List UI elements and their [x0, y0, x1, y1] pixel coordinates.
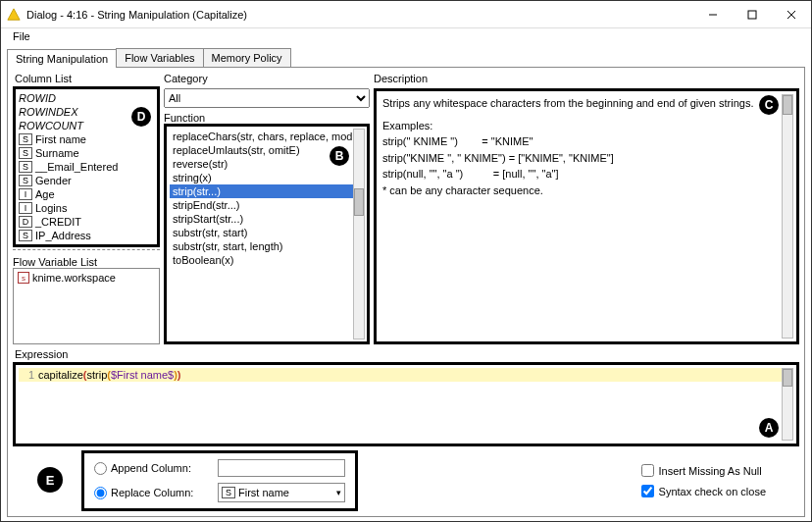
tabs: String Manipulation Flow Variables Memor…	[7, 48, 805, 68]
type-icon	[19, 175, 32, 186]
file-menu[interactable]: File	[7, 28, 36, 44]
flow-variable-name: knime.workspace	[32, 272, 116, 284]
column-item[interactable]: Gender	[16, 174, 157, 187]
replace-column-radio-label[interactable]: Replace Column:	[94, 487, 212, 499]
badge-a: A	[759, 418, 779, 438]
type-icon	[19, 161, 32, 173]
badge-b: B	[330, 146, 349, 166]
type-icon	[19, 147, 32, 159]
tab-string-manipulation[interactable]: String Manipulation	[7, 49, 117, 68]
function-item[interactable]: substr(str, start)	[170, 226, 353, 239]
type-icon	[19, 216, 32, 228]
top-grid: Column List D ROWID ROWINDEX ROWCOUNT Fi…	[13, 73, 799, 344]
column-item[interactable]: __Email_Entered	[16, 160, 157, 174]
tab-flow-variables[interactable]: Flow Variables	[116, 48, 203, 67]
column-item[interactable]: Age	[16, 187, 157, 201]
desc-examples-header: Examples:	[382, 118, 779, 134]
insert-missing-checkbox[interactable]: Insert Missing As Null	[641, 464, 766, 477]
expression-editor[interactable]: A 1capitalize(strip($First name$))	[13, 362, 799, 446]
category-select[interactable]: All	[164, 88, 370, 108]
column-list[interactable]: D ROWID ROWINDEX ROWCOUNT First nameSurn…	[13, 86, 160, 247]
syntax-check-check[interactable]	[641, 485, 654, 497]
scroll-thumb[interactable]	[783, 95, 792, 115]
function-label: Function	[164, 112, 370, 124]
function-item[interactable]: string(x)	[170, 171, 353, 184]
function-scrollbar[interactable]	[353, 129, 365, 339]
function-item[interactable]: stripStart(str...)	[170, 212, 353, 226]
close-button[interactable]	[772, 1, 811, 28]
function-item[interactable]: stripEnd(str...)	[170, 198, 353, 212]
type-icon	[19, 230, 32, 241]
menu-bar: File	[1, 28, 811, 44]
category-select-wrap: All	[164, 88, 370, 108]
column-item[interactable]: Surname	[16, 146, 157, 160]
function-item[interactable]: replaceUmlauts(str, omitE)	[170, 143, 353, 157]
minimize-button[interactable]	[693, 1, 733, 28]
column-item[interactable]: IP_Address	[16, 229, 157, 242]
type-icon	[19, 202, 32, 214]
scroll-thumb[interactable]	[354, 188, 364, 216]
function-list[interactable]: B replaceChars(str, chars, replace, modi…	[164, 124, 370, 344]
scroll-thumb[interactable]	[783, 369, 792, 387]
syntax-check-checkbox[interactable]: Syntax check on close	[641, 485, 766, 497]
column-list-section: Column List D ROWID ROWINDEX ROWCOUNT Fi…	[13, 73, 160, 252]
desc-example: strip(null, "", "a ") = [null, "", "a"]	[382, 166, 779, 183]
column-item[interactable]: _CREDIT	[16, 215, 157, 229]
append-column-radio-label[interactable]: Append Column:	[94, 462, 212, 475]
append-column-radio[interactable]	[94, 462, 107, 475]
line-number: 1	[21, 369, 34, 381]
svg-rect-2	[748, 11, 756, 19]
replace-column-select[interactable]: First name ▾	[218, 483, 345, 502]
column-name: Surname	[35, 147, 79, 159]
column-name: IP_Address	[35, 230, 91, 241]
description-scrollbar[interactable]	[782, 94, 793, 339]
flow-variable-section: Flow Variable List s knime.workspace	[13, 256, 160, 344]
badge-d: D	[131, 107, 151, 127]
badge-e: E	[37, 467, 63, 493]
tab-panel: Column List D ROWID ROWINDEX ROWCOUNT Fi…	[7, 68, 805, 517]
tab-memory-policy[interactable]: Memory Policy	[203, 48, 291, 67]
flow-variable-item[interactable]: s knime.workspace	[16, 271, 157, 285]
type-icon	[19, 133, 32, 145]
type-icon	[19, 188, 32, 200]
column-rowid[interactable]: ROWID	[16, 91, 157, 105]
insert-missing-check[interactable]	[641, 464, 654, 477]
function-item[interactable]: replaceChars(str, chars, replace, modifi…	[170, 130, 353, 143]
window-buttons	[693, 1, 811, 28]
divider	[13, 249, 160, 250]
expression-line[interactable]: 1capitalize(strip($First name$))	[19, 368, 793, 382]
window-title: Dialog - 4:16 - String Manipulation (Cap…	[26, 9, 693, 21]
desc-line: Strips any whitespace characters from th…	[382, 95, 779, 112]
maximize-button[interactable]	[733, 1, 772, 28]
function-item[interactable]: toBoolean(x)	[170, 253, 353, 267]
chevron-down-icon: ▾	[336, 488, 341, 497]
desc-example: strip("KNIME ", " KNIME") = ["KNIME", "K…	[382, 150, 779, 167]
column-name: Gender	[35, 175, 72, 186]
function-item[interactable]: substr(str, start, length)	[170, 239, 353, 253]
function-item[interactable]: strip(str...)	[170, 184, 353, 198]
desc-example: strip(" KNIME ") = "KNIME"	[382, 133, 779, 150]
column-list-label: Column List	[15, 73, 160, 84]
expression-section: Expression A 1capitalize(strip($First na…	[13, 348, 799, 446]
category-label: Category	[164, 73, 370, 84]
column-item[interactable]: First name	[16, 132, 157, 146]
column-name: Logins	[35, 202, 67, 214]
append-column-row: Append Column:	[94, 459, 345, 477]
column-item[interactable]: Logins	[16, 201, 157, 215]
string-var-icon: s	[18, 272, 29, 284]
flow-variable-list[interactable]: s knime.workspace	[13, 268, 160, 344]
expression-scrollbar[interactable]	[782, 368, 793, 441]
replace-column-radio[interactable]	[94, 487, 107, 499]
function-item[interactable]: reverse(str)	[170, 157, 353, 171]
column-name: Age	[35, 188, 55, 200]
title-bar: Dialog - 4:16 - String Manipulation (Cap…	[1, 1, 811, 28]
expression-label: Expression	[15, 348, 799, 360]
function-section: Function B replaceChars(str, chars, repl…	[164, 112, 370, 344]
description-box: C Strips any whitespace characters from …	[374, 88, 799, 344]
column-name: _CREDIT	[35, 216, 81, 228]
right-options: Insert Missing As Null Syntax check on c…	[641, 464, 766, 497]
type-icon	[222, 487, 235, 498]
desc-note: * can be any character sequence.	[382, 183, 779, 199]
output-column-box: E Append Column: Replace Column: First n…	[81, 450, 358, 511]
append-column-field[interactable]	[218, 459, 345, 477]
